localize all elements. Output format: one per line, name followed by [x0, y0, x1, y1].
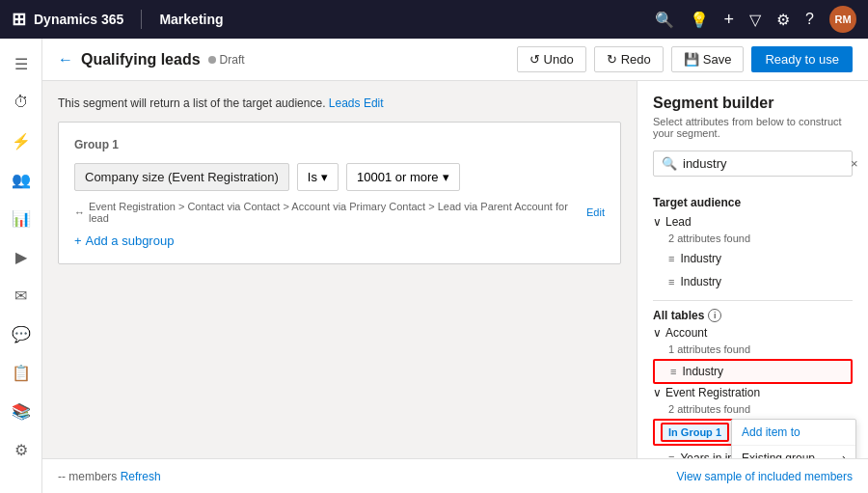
status-label: Draft — [220, 53, 245, 67]
group-label: Group 1 — [74, 138, 605, 151]
event-reg-count: 2 attributes found — [668, 403, 853, 415]
avatar[interactable]: RM — [829, 6, 856, 33]
edit-link[interactable]: Edit — [364, 96, 384, 110]
sidebar-icon-recent[interactable]: ⏱ — [4, 85, 39, 120]
top-nav: ⊞ Dynamics 365 Marketing 🔍 💡 + ▽ ⚙ ? RM — [0, 0, 868, 39]
chevron-down-icon: ∨ — [653, 326, 662, 340]
lead-label: Lead — [665, 215, 692, 229]
add-subgroup-label: Add a subgroup — [86, 233, 175, 248]
info-icon[interactable]: i — [708, 309, 721, 322]
attr-icon: ≡ — [668, 452, 674, 458]
refresh-link[interactable]: Refresh — [121, 470, 161, 483]
event-reg-collapse[interactable]: ∨ Event Registration — [653, 386, 853, 399]
sidebar-icon-play[interactable]: ▶ — [4, 239, 39, 274]
plus-icon: + — [74, 233, 82, 248]
sidebar-icon-menu[interactable]: ☰ — [4, 46, 39, 81]
brand-logo: ⊞ — [12, 9, 26, 30]
event-reg-label: Event Registration — [665, 386, 760, 399]
clear-icon[interactable]: × — [851, 156, 858, 171]
settings-icon[interactable]: ⚙ — [776, 11, 790, 29]
undo-label: Undo — [544, 52, 574, 67]
event-reg-wrapper: ∨ Event Registration 2 attributes found … — [653, 386, 853, 458]
chevron-down-icon: ∨ — [653, 386, 662, 399]
filter-icon[interactable]: ▽ — [749, 11, 761, 29]
panel-header: Segment builder Select attributes from b… — [637, 81, 868, 196]
sidebar-icon-clipboard[interactable]: 📋 — [4, 355, 39, 390]
panel-desc: Select attributes from below to construc… — [653, 116, 853, 139]
back-button[interactable]: ← — [58, 51, 73, 68]
panel-results: Target audience ∨ Lead 2 attributes foun… — [637, 196, 868, 458]
view-sample-link[interactable]: View sample of included members — [676, 470, 853, 483]
search-input[interactable] — [683, 156, 845, 171]
status-dot — [208, 56, 216, 64]
in-group-badge: In Group 1 — [661, 423, 729, 442]
chevron-down-icon: ∨ — [653, 215, 662, 229]
add-subgroup-button[interactable]: + Add a subgroup — [74, 233, 605, 248]
chevron-down-icon2: ▾ — [443, 170, 449, 184]
search-box: 🔍 × — [653, 151, 853, 177]
segment-panel: Segment builder Select attributes from b… — [637, 81, 868, 458]
lead-collapse[interactable]: ∨ Lead — [653, 215, 853, 229]
all-tables-label: All tables — [653, 309, 704, 322]
chevron-right-icon: › — [842, 452, 846, 458]
leads-link[interactable]: Leads — [329, 96, 361, 110]
undo-icon: ↺ — [529, 52, 540, 67]
path-info: ↔ Event Registration > Contact via Conta… — [74, 201, 605, 224]
redo-label: Redo — [621, 52, 651, 67]
condition-row: Company size (Event Registration) Is ▾ 1… — [74, 163, 605, 191]
sidebar-icon-chat[interactable]: 💬 — [4, 316, 39, 351]
sidebar-icon-lightning[interactable]: ⚡ — [4, 123, 39, 158]
save-icon: 💾 — [684, 52, 699, 67]
help-icon[interactable]: ? — [805, 11, 814, 28]
save-label: Save — [703, 52, 732, 67]
path-edit-link[interactable]: Edit — [586, 206, 605, 218]
existing-group-item[interactable]: Existing group › — [732, 446, 855, 458]
sidebar-icon-people[interactable]: 👥 — [4, 162, 39, 197]
lead-industry-item-1[interactable]: ≡ Industry — [653, 248, 853, 269]
page-title: Qualifying leads — [81, 51, 201, 68]
sidebar-icon-books[interactable]: 📚 — [4, 394, 39, 428]
path-text: Event Registration > Contact via Contact… — [89, 201, 583, 224]
info-text: This segment will return a list of the t… — [58, 96, 325, 110]
toolbar: ← Qualifying leads Draft ↺ Undo ↻ Redo 💾… — [42, 39, 868, 81]
add-icon[interactable]: + — [724, 10, 735, 30]
module-name: Marketing — [159, 12, 223, 27]
ready-button[interactable]: Ready to use — [751, 46, 853, 72]
view-sample[interactable]: View sample of included members — [676, 470, 853, 483]
context-popup: Add item to Existing group › New subgrou… — [731, 419, 856, 458]
divider-1 — [653, 300, 853, 301]
panel-title: Segment builder — [653, 95, 853, 112]
sidebar-icon-email[interactable]: ✉ — [4, 278, 39, 313]
save-button[interactable]: 💾 Save — [671, 46, 745, 72]
attr-icon: ≡ — [668, 253, 674, 264]
condition-operator[interactable]: Is ▾ — [297, 163, 339, 191]
top-nav-icons: 🔍 💡 + ▽ ⚙ ? RM — [655, 6, 856, 33]
sidebar-icon-gear[interactable]: ⚙ — [4, 432, 39, 467]
account-label: Account — [665, 326, 707, 340]
info-bar: This segment will return a list of the t… — [58, 96, 621, 110]
search-icon[interactable]: 🔍 — [655, 11, 674, 29]
brand-name: Dynamics 365 — [34, 12, 123, 27]
chevron-down-icon: ▾ — [321, 170, 328, 184]
sidebar: ☰ ⏱ ⚡ 👥 📊 ▶ ✉ 💬 📋 📚 ⚙ — [0, 39, 42, 493]
attr-icon: ≡ — [670, 366, 676, 377]
toolbar-actions: ↺ Undo ↻ Redo 💾 Save Ready to use — [517, 46, 853, 72]
status-badge: Draft — [208, 53, 245, 67]
undo-button[interactable]: ↺ Undo — [517, 46, 586, 72]
path-icon: ↔ — [74, 206, 85, 218]
search-icon: 🔍 — [662, 156, 677, 171]
redo-button[interactable]: ↻ Redo — [594, 46, 664, 72]
all-tables-header: All tables i — [653, 309, 853, 322]
main-split: This segment will return a list of the t… — [42, 81, 868, 458]
account-collapse[interactable]: ∨ Account — [653, 326, 853, 340]
account-industry-item[interactable]: ≡ Industry — [653, 359, 853, 384]
target-audience-header: Target audience — [653, 196, 853, 209]
popup-title: Add item to — [732, 420, 855, 446]
condition-value[interactable]: 10001 or more ▾ — [346, 163, 460, 191]
attr-icon: ≡ — [668, 276, 674, 288]
lightbulb-icon[interactable]: 💡 — [690, 11, 709, 29]
sidebar-icon-chart[interactable]: 📊 — [4, 201, 39, 235]
redo-icon: ↻ — [607, 52, 617, 67]
event-reg-in-group[interactable]: In Group 1 — [653, 419, 737, 446]
lead-industry-item-2[interactable]: ≡ Industry — [653, 271, 853, 292]
